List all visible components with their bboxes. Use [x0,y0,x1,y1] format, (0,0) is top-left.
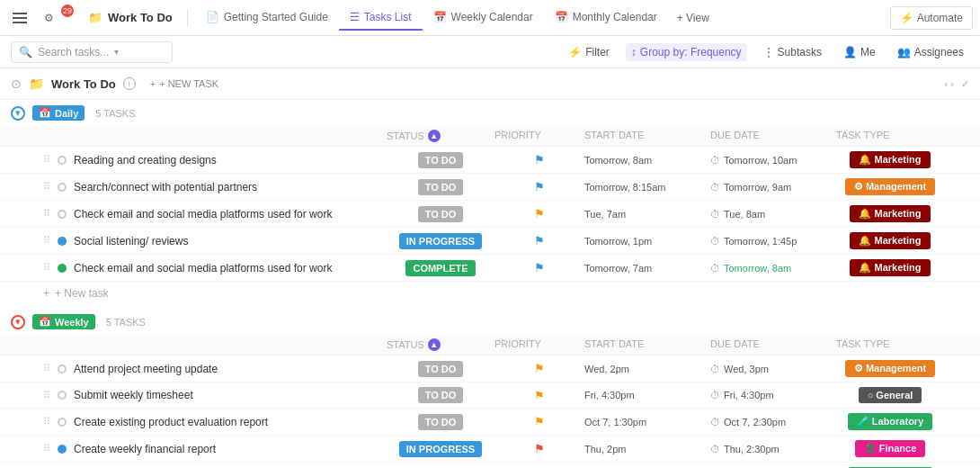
task-type-badge[interactable]: 🔔 Marketing [850,151,930,168]
priority-flag-icon[interactable]: ⚑ [534,415,545,428]
priority-flag-icon[interactable]: ⚑ [534,442,545,455]
status-badge[interactable]: TO DO [418,414,464,430]
due-date-cell: ⏱ Tomorrow, 9am [710,182,836,193]
project-info-icon[interactable]: i [123,77,136,90]
task-status-cell[interactable]: TO DO [387,152,494,168]
priority-flag-icon[interactable]: ⚑ [534,153,545,166]
me-button[interactable]: 👤 Me [838,43,881,61]
automate-button[interactable]: ⚡ Automate [890,6,973,30]
expand-icon[interactable]: ✓ [961,78,969,90]
task-priority-cell[interactable]: ⚑ [494,415,584,428]
task-name[interactable]: Submit weekly timesheet [74,389,193,401]
task-type-cell[interactable]: 🔔 Marketing [836,151,944,168]
task-status-cell[interactable]: TO DO [387,206,494,222]
tab-getting-started[interactable]: 📄 Getting Started Guide [195,5,339,31]
tab-tasks-list[interactable]: ☰ Tasks List [339,5,423,31]
task-status-cell[interactable]: TO DO [387,414,494,430]
wcol-type-header: TASK TYPE [836,338,944,351]
task-status-cell[interactable]: TO DO [387,179,494,195]
task-start-date: Tomorrow, 8:15am [584,182,710,193]
daily-new-task-row[interactable]: + + New task [0,282,980,305]
task-status-cell[interactable]: TO DO [387,387,494,403]
priority-flag-icon[interactable]: ⚑ [534,234,545,248]
task-status-cell[interactable]: IN PROGRESS [387,233,494,249]
collapse-all-icon[interactable]: ‹ › [945,78,954,89]
group-daily-toggle[interactable]: ▾ [11,106,25,121]
group-weekly-badge: 📅 Weekly [32,314,95,329]
task-type-cell[interactable]: 🧪 Laboratory [836,413,944,430]
task-type-cell[interactable]: 🔔 Marketing [836,205,944,222]
priority-flag-icon[interactable]: ⚑ [534,261,545,274]
task-name[interactable]: Search/connect with potential partners [74,181,257,194]
task-priority-cell[interactable]: ⚑ [494,153,584,166]
col-task-header [43,130,387,142]
status-badge[interactable]: TO DO [418,179,464,195]
task-status-cell[interactable]: TO DO [387,361,494,377]
task-type-cell[interactable]: ⚙ Management [836,360,944,377]
task-type-badge[interactable]: ⚙ Management [845,178,935,195]
task-name[interactable]: Reading and creating designs [74,154,217,166]
status-badge[interactable]: TO DO [418,206,464,222]
task-type-cell[interactable]: 🔔 Marketing [836,259,944,276]
task-name-cell: ⠿ Attend project meeting update [43,363,387,375]
priority-flag-icon[interactable]: ⚑ [534,180,545,194]
task-priority-cell[interactable]: ⚑ [494,362,584,375]
task-type-badge[interactable]: 🔔 Marketing [850,205,930,222]
task-name[interactable]: Check email and social media platforms u… [74,208,332,220]
task-name[interactable]: Create existing product evaluation repor… [74,416,268,428]
task-type-badge[interactable]: 💲 Finance [855,440,926,457]
task-name[interactable]: Create weekly financial report [74,443,216,455]
priority-flag-icon[interactable]: ⚑ [534,389,545,402]
status-badge[interactable]: TO DO [418,387,464,403]
tab-monthly-calendar[interactable]: 📅 Monthly Calendar [544,5,668,31]
task-priority-cell[interactable]: ⚑ [494,442,584,455]
due-date-cell: ⏱ Oct 7, 2:30pm [710,417,836,428]
filter-button[interactable]: ⚡ Filter [563,43,615,61]
project-collapse-button[interactable]: ⊙ [11,76,22,91]
task-type-cell[interactable]: ○ General [836,387,944,403]
task-status-cell[interactable]: IN PROGRESS [387,441,494,457]
drag-handle-icon: ⠿ [43,262,50,274]
task-status-cell[interactable]: COMPLETE [387,260,494,276]
task-start-date: Tomorrow, 8am [584,155,710,166]
gear-button[interactable]: ⚙ [36,5,61,31]
wstatus-info-icon[interactable]: ▲ [428,338,441,351]
task-priority-cell[interactable]: ⚑ [494,234,584,248]
tab-weekly-calendar[interactable]: 📅 Weekly Calendar [423,5,544,31]
priority-flag-icon[interactable]: ⚑ [534,362,545,375]
task-type-cell[interactable]: 🔔 Marketing [836,232,944,249]
status-badge[interactable]: COMPLETE [405,260,475,276]
task-priority-cell[interactable]: ⚑ [494,389,584,402]
task-type-cell[interactable]: 💲 Finance [836,440,944,457]
task-type-badge[interactable]: ⚙ Management [845,360,935,377]
task-type-badge[interactable]: 🔔 Marketing [850,232,930,249]
search-chevron-icon: ▾ [114,47,119,57]
assignees-button[interactable]: 👥 Assignees [892,43,969,61]
hamburger-button[interactable] [7,5,32,31]
task-priority-cell[interactable]: ⚑ [494,207,584,220]
add-view-button[interactable]: + View [668,6,718,30]
tab-weekly-calendar-label: Weekly Calendar [451,11,533,23]
task-name[interactable]: Social listening/ reviews [74,235,188,248]
search-box[interactable]: 🔍 Search tasks... ▾ [11,41,173,63]
subtasks-button[interactable]: ⋮ Subtasks [758,43,827,61]
task-name[interactable]: Check email and social media platforms u… [74,262,332,274]
task-type-badge[interactable]: ○ General [859,387,922,403]
task-type-badge[interactable]: 🔔 Marketing [850,259,930,276]
group-weekly-toggle[interactable]: ▾ [11,315,25,329]
status-badge[interactable]: TO DO [418,361,464,377]
status-badge[interactable]: IN PROGRESS [399,233,482,249]
task-priority-cell[interactable]: ⚑ [494,261,584,274]
priority-flag-icon[interactable]: ⚑ [534,207,545,220]
task-type-badge[interactable]: 🧪 Laboratory [848,413,933,430]
group-by-button[interactable]: ↕ Group by: Frequency [626,43,747,61]
status-info-icon[interactable]: ▲ [428,130,441,142]
new-task-button[interactable]: + + NEW TASK [143,76,226,92]
tab-tasks-list-label: Tasks List [364,11,412,23]
task-priority-cell[interactable]: ⚑ [494,180,584,194]
task-type-cell[interactable]: ⚙ Management [836,178,944,195]
status-badge[interactable]: IN PROGRESS [399,441,482,457]
task-name[interactable]: Attend project meeting update [74,363,218,375]
toolbar-right: ⚡ Filter ↕ Group by: Frequency ⋮ Subtask… [563,43,969,61]
status-badge[interactable]: TO DO [418,152,464,168]
